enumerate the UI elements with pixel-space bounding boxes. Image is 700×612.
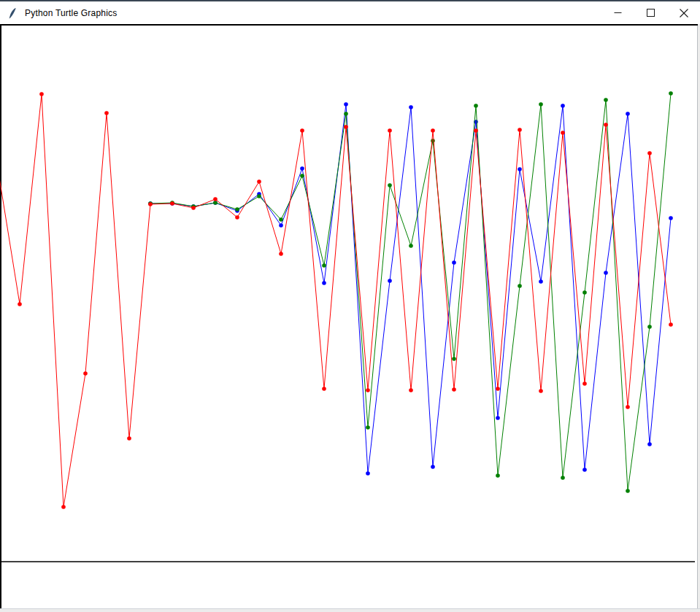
close-button[interactable]	[667, 1, 700, 24]
window-frame-bottom	[0, 608, 700, 612]
window-controls	[601, 1, 700, 24]
maximize-icon	[647, 9, 655, 17]
window-title-bar[interactable]: Python Turtle Graphics	[0, 1, 700, 24]
window-title: Python Turtle Graphics	[25, 8, 117, 18]
minimize-button[interactable]	[601, 1, 634, 24]
close-icon	[680, 9, 688, 18]
turtle-graphics-window: Python Turtle Graphics	[0, 0, 700, 612]
minimize-icon	[614, 9, 622, 17]
maximize-button[interactable]	[634, 1, 667, 24]
turtle-canvas	[0, 24, 699, 608]
feather-app-icon	[7, 7, 18, 19]
